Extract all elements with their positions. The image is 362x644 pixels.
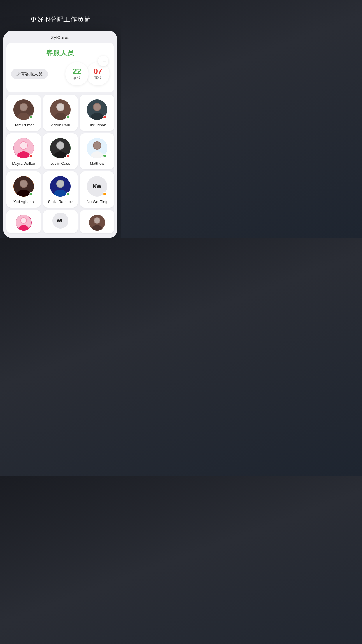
avatar bbox=[16, 215, 32, 231]
status-dot bbox=[66, 116, 70, 119]
partial-agent-card-2[interactable]: WL bbox=[43, 210, 78, 233]
avatar-wrap: WL bbox=[52, 213, 68, 229]
status-dot bbox=[66, 154, 70, 158]
agent-name: Mayra Walker bbox=[12, 161, 35, 166]
svg-point-3 bbox=[20, 104, 27, 111]
status-dot bbox=[29, 192, 33, 196]
main-content: ↓≡ 客服人员 所有客服人员 22 在线 07 离线 bbox=[3, 43, 117, 238]
avatar-wrap bbox=[13, 138, 34, 158]
agent-card-stella-ramirez[interactable]: Stella Ramirez bbox=[43, 172, 78, 208]
app-bar: ZylCares bbox=[3, 31, 117, 43]
agent-card-mayra-walker[interactable]: Mayra Walker bbox=[6, 133, 41, 169]
header-card: ↓≡ 客服人员 所有客服人员 22 在线 07 离线 bbox=[6, 43, 114, 92]
agent-name: Yod Agbaria bbox=[13, 200, 34, 204]
avatar-wrap bbox=[13, 176, 34, 197]
online-count: 22 bbox=[73, 67, 81, 75]
status-dot bbox=[103, 192, 106, 196]
page-title: 更好地分配工作负荷 bbox=[30, 15, 91, 24]
avatar-wrap bbox=[16, 215, 32, 231]
agents-grid: Start Truman Ashlin Paul bbox=[6, 95, 114, 208]
agent-name: No Wei Ting bbox=[87, 200, 108, 204]
sort-icon: ↓≡ bbox=[101, 58, 106, 64]
filter-row: 所有客服人员 22 在线 07 离线 bbox=[11, 62, 110, 85]
agent-name: Ashlin Paul bbox=[51, 123, 70, 127]
filter-all-agents[interactable]: 所有客服人员 bbox=[11, 69, 48, 79]
agent-name: Start Truman bbox=[13, 123, 34, 127]
avatar-wrap bbox=[87, 99, 107, 120]
avatar-wrap: NW bbox=[87, 176, 107, 197]
svg-point-39 bbox=[94, 218, 100, 223]
svg-point-15 bbox=[20, 142, 27, 149]
status-dot bbox=[29, 116, 33, 119]
status-dot bbox=[29, 154, 33, 158]
svg-point-19 bbox=[57, 142, 64, 149]
status-dot bbox=[103, 116, 106, 119]
partial-row: WL bbox=[6, 210, 114, 233]
partial-agent-card-1[interactable] bbox=[6, 210, 41, 233]
status-dot bbox=[103, 154, 106, 158]
svg-point-27 bbox=[20, 180, 27, 187]
avatar: WL bbox=[52, 213, 68, 229]
agent-card-matthew[interactable]: Matthew bbox=[80, 133, 114, 169]
svg-point-11 bbox=[94, 104, 101, 111]
app-name: ZylCares bbox=[51, 35, 70, 40]
agent-card-start-truman[interactable]: Start Truman bbox=[6, 95, 41, 131]
offline-label: 离线 bbox=[94, 76, 101, 80]
device-frame: ZylCares ↓≡ 客服人员 所有客服人员 22 在线 07 bbox=[3, 31, 117, 238]
partial-agent-card-3[interactable] bbox=[80, 210, 114, 233]
status-dot bbox=[66, 192, 70, 196]
svg-point-23 bbox=[94, 142, 101, 149]
agent-card-ashlin-paul[interactable]: Ashlin Paul bbox=[43, 95, 78, 131]
agent-card-tike-tyson[interactable]: Tike Tyson bbox=[80, 95, 114, 131]
svg-point-7 bbox=[57, 104, 64, 111]
agent-card-yod-agbaria[interactable]: Yod Agbaria bbox=[6, 172, 41, 208]
avatar-wrap bbox=[87, 138, 107, 158]
avatar-wrap bbox=[50, 176, 71, 197]
agent-name: Matthew bbox=[90, 161, 104, 166]
agent-card-no-wei-ting[interactable]: NW No Wei Ting bbox=[80, 172, 114, 208]
svg-point-31 bbox=[57, 180, 64, 187]
svg-point-35 bbox=[21, 218, 26, 223]
avatar-wrap bbox=[89, 215, 105, 231]
avatar bbox=[89, 215, 105, 231]
online-stat: 22 在线 bbox=[65, 62, 89, 85]
agent-name: Tike Tyson bbox=[88, 123, 106, 127]
agent-name: Justin Case bbox=[50, 161, 70, 166]
offline-stat: 07 离线 bbox=[86, 62, 110, 85]
avatar-wrap bbox=[50, 138, 71, 158]
sort-button[interactable]: ↓≡ bbox=[98, 56, 108, 66]
offline-count: 07 bbox=[94, 67, 102, 75]
section-title: 客服人员 bbox=[11, 49, 110, 57]
avatar-wrap bbox=[50, 99, 71, 120]
agent-name: Stella Ramirez bbox=[48, 200, 73, 204]
agent-card-justin-case[interactable]: Justin Case bbox=[43, 133, 78, 169]
avatar-wrap bbox=[13, 99, 34, 120]
online-label: 在线 bbox=[73, 76, 80, 80]
